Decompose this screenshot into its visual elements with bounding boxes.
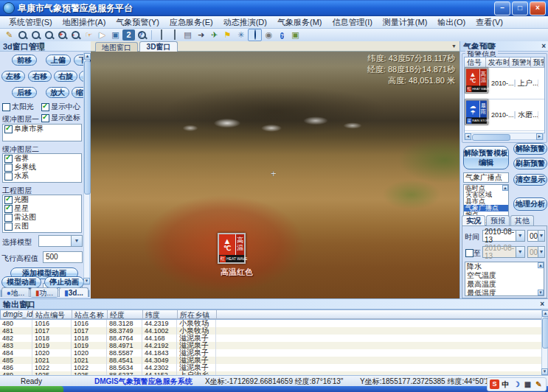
ime-chinese-icon[interactable]: 中: [501, 379, 510, 389]
help-icon[interactable]: ?: [276, 29, 288, 41]
tab-3d-manage[interactable]: ▮3d...: [59, 287, 89, 297]
clear-display-button[interactable]: 清空显示: [513, 174, 547, 186]
model-anim-button[interactable]: 模型动画: [1, 276, 41, 288]
pin-icon[interactable]: [24, 301, 31, 309]
gear-icon[interactable]: ✳: [235, 29, 247, 41]
measure-icon[interactable]: ✎: [3, 29, 15, 41]
move-right-button[interactable]: 右移: [28, 71, 52, 82]
element-list[interactable]: 降水 空气温度 最高温度 最低温度 地表温度 ▲ ▼: [465, 262, 544, 296]
warning-table[interactable]: 信号 发布时间 预警地区 预警 ▲℃ 高温 红HEAT WAVE 2010-..…: [464, 57, 545, 133]
date-combo[interactable]: 2010-08-13▼: [482, 230, 525, 242]
rotate-right-button[interactable]: 右旋: [54, 71, 77, 82]
col-extra[interactable]: 预警: [531, 57, 544, 68]
table-row[interactable]: 4841020102088.558744.1843滋泥泉子: [0, 349, 542, 357]
flight-elev-input[interactable]: 500: [43, 251, 83, 263]
menu-weather-service[interactable]: 气象服务(M): [273, 16, 327, 29]
tab-3d-window[interactable]: 3D窗口: [139, 41, 178, 52]
select-arrow-icon[interactable]: ▶: [96, 29, 108, 41]
hour-combo[interactable]: 00▼: [527, 230, 545, 242]
table-row[interactable]: 4831019101988.497144.2192滋泥泉子: [0, 342, 542, 349]
col-dmgis-id[interactable]: dmgis_id: [1, 310, 33, 319]
buffer-layer1-list[interactable]: 阜康市界: [2, 124, 82, 141]
identify-icon[interactable]: ?: [136, 29, 148, 41]
tab-map-layers[interactable]: ●地...: [1, 287, 30, 297]
panel-close-icon[interactable]: ×: [541, 43, 546, 50]
output-table[interactable]: dmgis_id 站点编号 站点名称 经度 纬度 所在乡镇 4801016101…: [0, 309, 542, 376]
3d-viewport[interactable]: 纬度: 43度57分18.117秒 经度: 88度18分14.871秒 高度: …: [91, 52, 459, 298]
pen-icon[interactable]: ✎: [534, 379, 544, 389]
menu-info[interactable]: 信息管理(I): [327, 16, 376, 29]
map-image-icon[interactable]: [168, 29, 181, 41]
table-row[interactable]: 4851021102188.454144.3049滋泥泉子: [0, 357, 542, 364]
col-publish-time[interactable]: 发布时间: [486, 57, 510, 68]
zoom-in-button[interactable]: 放大: [46, 87, 69, 98]
col-station-no[interactable]: 站点编号: [33, 310, 72, 319]
buffer-layer2-list[interactable]: 省界 乡界线 水系: [2, 153, 82, 183]
remove-template-edit-button[interactable]: 解除预警模板编辑: [463, 146, 509, 169]
show-center-checkbox[interactable]: 显示中心: [41, 102, 80, 112]
close-button[interactable]: ×: [530, 1, 546, 15]
title-bar[interactable]: 阜康市气象预警应急服务平台 – □ ×: [0, 0, 548, 16]
show-coord-checkbox[interactable]: 显示坐标: [41, 113, 80, 123]
tab-functions[interactable]: ▮功...: [30, 287, 58, 297]
zoom-free-icon[interactable]: [43, 29, 55, 41]
menu-system[interactable]: 系统管理(S): [4, 16, 57, 29]
col-township[interactable]: 所在乡镇: [178, 310, 217, 319]
heatwave-warning-map-icon[interactable]: ▲℃ 高温 红HEAT WAVE: [218, 233, 246, 264]
layer-image-icon[interactable]: [155, 29, 167, 41]
sunlight-checkbox[interactable]: 太阳光: [2, 102, 34, 112]
taskbar[interactable]: [0, 386, 548, 392]
geo-analysis-button[interactable]: 地理分析: [513, 197, 547, 211]
menu-weather-warning[interactable]: 气象预警(Y): [111, 16, 164, 29]
zoom-box-icon[interactable]: [30, 29, 42, 41]
col-longitude[interactable]: 经度: [108, 310, 143, 319]
col-latitude[interactable]: 纬度: [143, 310, 178, 319]
table-row[interactable]: 4861022102288.563444.2302滋泥泉子: [0, 364, 542, 371]
keyboard-icon[interactable]: ▦: [523, 379, 533, 389]
print-icon[interactable]: ▤: [181, 29, 194, 41]
move-left-button[interactable]: 左移: [1, 71, 25, 82]
menu-dynamic[interactable]: 动态推演(D): [219, 16, 271, 29]
zoom-in-icon[interactable]: +: [56, 29, 69, 41]
output-vscrollbar[interactable]: ▲ ▼: [541, 309, 548, 376]
stop-anim-button[interactable]: 停止动画: [44, 276, 84, 288]
globe-3d-icon[interactable]: [248, 29, 262, 41]
moon-icon[interactable]: ☽: [512, 379, 521, 389]
tilt-up-button[interactable]: 上偏: [46, 55, 71, 66]
refresh-warning-button[interactable]: 刷新预警: [513, 158, 547, 169]
tool-extra-icon[interactable]: ▣: [289, 29, 302, 41]
col-area[interactable]: 预警地区: [510, 57, 531, 68]
project-layers-list[interactable]: 光圈 星星 雷达图 云图: [2, 195, 82, 233]
full-extent-icon[interactable]: ▣: [109, 29, 122, 41]
zoom-out-icon[interactable]: -: [69, 29, 82, 41]
export-icon[interactable]: ➜: [195, 29, 207, 41]
scroll-up-icon[interactable]: ▲: [538, 262, 544, 268]
hour-to-combo[interactable]: 00▼: [527, 246, 545, 258]
menu-measure[interactable]: 测量计算(M): [378, 16, 432, 29]
menu-map-ops[interactable]: 地图操作(A): [58, 16, 111, 29]
col-signal[interactable]: 信号: [465, 57, 486, 68]
scroll-up-icon[interactable]: ▲: [502, 185, 508, 191]
flag-icon[interactable]: ⚑: [221, 29, 234, 41]
menu-view[interactable]: 查看(V): [471, 16, 507, 29]
flight-icon[interactable]: ✈: [208, 29, 221, 41]
tab-live[interactable]: 实况: [462, 215, 485, 225]
pan-hand-icon[interactable]: ☞: [83, 29, 95, 41]
tab-forecast[interactable]: 预报: [486, 215, 510, 225]
to-checkbox[interactable]: [465, 249, 474, 257]
eye-icon[interactable]: ◉: [263, 29, 275, 41]
tab-map-window[interactable]: 地图窗口: [95, 42, 138, 52]
scroll-down-icon[interactable]: ▼: [538, 290, 544, 295]
tab-list-dropdown-icon[interactable]: ▼: [451, 43, 457, 49]
model-select-combo[interactable]: ▼: [38, 235, 83, 247]
view-2d-icon[interactable]: 2: [122, 29, 135, 41]
left-panel-vscrollbar[interactable]: ▲ ▼: [83, 52, 90, 285]
move-back-button[interactable]: 后移: [12, 87, 37, 98]
warning-row-heat[interactable]: ▲℃ 高温 红HEAT WAVE 2010-... 上户...: [465, 68, 544, 99]
maximize-button[interactable]: □: [512, 1, 528, 15]
panel-close-icon[interactable]: ×: [540, 301, 544, 308]
minimize-button[interactable]: –: [494, 1, 510, 15]
zoom-layer-icon[interactable]: [16, 29, 29, 41]
table-row[interactable]: 4821018101888.476444.168滋泥泉子: [0, 335, 542, 342]
warning-row-rain[interactable]: ☁☂ 暴雨 蓝RAIN STORM 2010-... 水磨...: [465, 99, 544, 131]
